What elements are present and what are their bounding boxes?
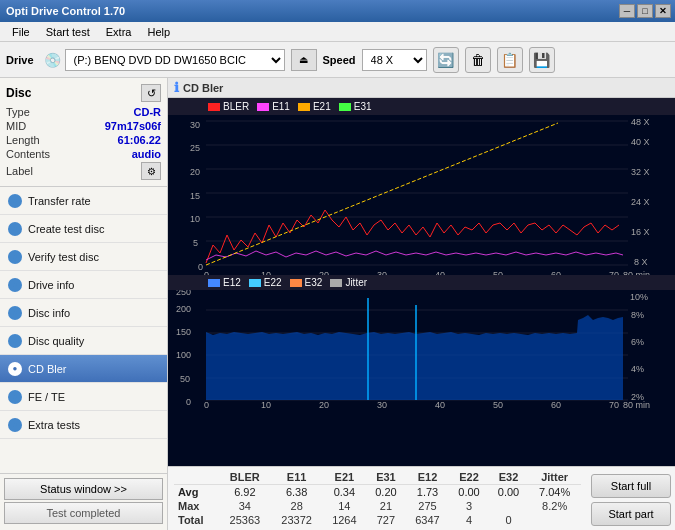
chart-title: CD Bler [183,82,223,94]
nav-label-cd-bler: CD Bler [28,363,67,375]
nav-item-transfer-rate[interactable]: Transfer rate [0,187,167,215]
stats-row-max: Max 34 28 14 21 275 3 8.2% [174,499,581,513]
bottom-chart-svg: 0 50 100 150 200 250 0 10 20 30 [168,290,668,410]
left-panel: Disc ↺ Type CD-R MID 97m17s06f Length 61… [0,78,168,530]
top-chart-legend: BLER E11 E21 E31 [168,98,675,115]
save-button[interactable]: 💾 [529,47,555,73]
status-window-button[interactable]: Status window >> [4,478,163,500]
nav-item-fe-te[interactable]: FE / TE [0,383,167,411]
nav-dot [8,250,22,264]
legend-e31-label: E31 [354,101,372,112]
nav-item-drive-info[interactable]: Drive info [0,271,167,299]
svg-text:2%: 2% [631,392,644,402]
bottom-chart-legend: E12 E22 E32 Jitter [168,275,675,290]
legend-e22-label: E22 [264,277,282,288]
nav-item-verify-test-disc[interactable]: Verify test disc [0,243,167,271]
nav-item-cd-bler[interactable]: CD Bler [0,355,167,383]
drive-select-input[interactable]: (P:) BENQ DVD DD DW1650 BCIC [65,49,285,71]
menu-help[interactable]: Help [139,24,178,40]
stats-total-label: Total [174,513,219,527]
svg-text:150: 150 [176,327,191,337]
title-bar: Opti Drive Control 1.70 ─ □ ✕ [0,0,675,22]
nav-item-extra-tests[interactable]: Extra tests [0,411,167,439]
stats-row-total: Total 25363 23372 1264 727 6347 4 0 [174,513,581,527]
disc-mid-label: MID [6,120,26,132]
test-completed-button: Test completed [4,502,163,524]
nav-item-disc-quality[interactable]: Disc quality [0,327,167,355]
menu-file[interactable]: File [4,24,38,40]
stats-max-bler: 34 [219,499,271,513]
svg-text:200: 200 [176,304,191,314]
erase-button[interactable]: 🗑 [465,47,491,73]
nav-item-create-test-disc[interactable]: Create test disc [0,215,167,243]
disc-length-label: Length [6,134,40,146]
stats-max-e22: 3 [449,499,489,513]
col-header-e11: E11 [271,470,323,485]
nav-item-disc-info[interactable]: Disc info [0,299,167,327]
stats-avg-e12: 1.73 [406,485,450,500]
nav-label-fe-te: FE / TE [28,391,65,403]
stats-total-e12: 6347 [406,513,450,527]
nav-label-disc-quality: Disc quality [28,335,84,347]
legend-jitter-label: Jitter [345,277,367,288]
disc-section: Disc ↺ Type CD-R MID 97m17s06f Length 61… [0,78,167,187]
stats-table: BLER E11 E21 E31 E12 E22 E32 Jitter Avg [174,470,581,527]
refresh-button[interactable]: 🔄 [433,47,459,73]
svg-text:20: 20 [319,400,329,410]
stats-total-jitter [528,513,581,527]
eject-button[interactable]: ⏏ [291,49,317,71]
svg-text:15: 15 [190,191,200,201]
stats-max-e21: 14 [323,499,367,513]
menu-bar: File Start test Extra Help [0,22,675,42]
close-button[interactable]: ✕ [655,4,671,18]
svg-text:24 X: 24 X [631,197,650,207]
minimize-button[interactable]: ─ [619,4,635,18]
svg-text:10: 10 [261,270,271,275]
bler-line [206,210,619,263]
stats-max-e11: 28 [271,499,323,513]
menu-start-test[interactable]: Start test [38,24,98,40]
svg-text:25: 25 [190,143,200,153]
drive-icon: 💿 [44,52,61,68]
legend-bler: BLER [208,101,249,112]
nav-dot [8,306,22,320]
window-controls: ─ □ ✕ [619,4,671,18]
chart-header: ℹ CD Bler [168,78,675,98]
stats-max-e12: 275 [406,499,450,513]
disc-label-icon-button[interactable]: ⚙ [141,162,161,180]
copy-button[interactable]: 📋 [497,47,523,73]
svg-text:40 X: 40 X [631,137,650,147]
col-header-e22: E22 [449,470,489,485]
stats-avg-e31: 0.20 [366,485,406,500]
col-header-e21: E21 [323,470,367,485]
svg-text:40: 40 [435,400,445,410]
stats-total-e21: 1264 [323,513,367,527]
start-part-button[interactable]: Start part [591,502,671,526]
svg-text:5: 5 [193,238,198,248]
col-header-jitter: Jitter [528,470,581,485]
menu-extra[interactable]: Extra [98,24,140,40]
legend-bler-color [208,103,220,111]
top-chart-svg: 0 5 10 15 20 25 30 0 [168,115,668,275]
disc-type-value: CD-R [134,106,162,118]
legend-e12: E12 [208,277,241,288]
svg-text:60: 60 [551,270,561,275]
legend-e31: E31 [339,101,372,112]
stats-avg-label: Avg [174,485,219,500]
nav-label-transfer-rate: Transfer rate [28,195,91,207]
nav-dot [8,194,22,208]
maximize-button[interactable]: □ [637,4,653,18]
col-header-e32: E32 [489,470,529,485]
speed-select[interactable]: 48 X [362,49,427,71]
start-full-button[interactable]: Start full [591,474,671,498]
stats-actions-row: BLER E11 E21 E31 E12 E22 E32 Jitter Avg [168,466,675,530]
legend-e11: E11 [257,101,290,112]
nav-label-extra-tests: Extra tests [28,419,80,431]
nav-dot [8,278,22,292]
disc-mid-value: 97m17s06f [105,120,161,132]
top-chart: 0 5 10 15 20 25 30 0 [168,115,675,275]
svg-text:10%: 10% [630,292,648,302]
nav-label-disc-info: Disc info [28,307,70,319]
svg-text:30: 30 [190,120,200,130]
disc-refresh-button[interactable]: ↺ [141,84,161,102]
